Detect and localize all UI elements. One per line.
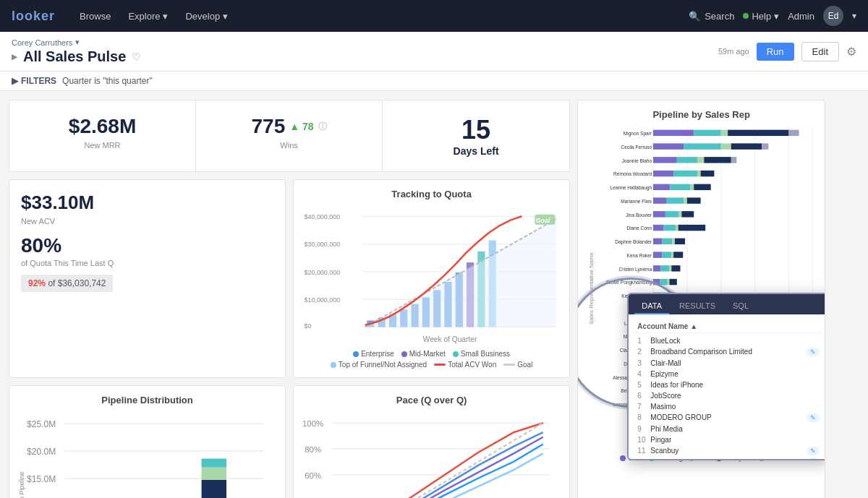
avatar[interactable]: Ed xyxy=(823,6,843,26)
days-container: 15 Days Left xyxy=(454,115,499,157)
svg-rect-48 xyxy=(202,480,227,498)
svg-text:80%: 80% xyxy=(305,445,321,454)
pipeline-rep-title: Pipeline by Sales Rep xyxy=(587,109,816,120)
svg-text:Week of Quarter: Week of Quarter xyxy=(423,335,477,343)
svg-rect-106 xyxy=(694,184,710,190)
kpi-row: $2.68M New MRR 775 ▲ 78 ⓘ Wins 15 Days L… xyxy=(9,100,570,172)
svg-rect-129 xyxy=(662,252,671,257)
pipeline-dist-title: Pipeline Distribution xyxy=(18,395,276,405)
logo[interactable]: looker xyxy=(12,9,55,24)
admin-link[interactable]: Admin xyxy=(788,11,814,22)
expand-icon: ▶ xyxy=(12,76,18,86)
wins-label: Wins xyxy=(208,141,370,150)
svg-rect-93 xyxy=(677,157,697,163)
popup-row-10: 10 Pingar xyxy=(634,434,822,445)
svg-rect-118 xyxy=(653,225,663,231)
acv-label: New ACV xyxy=(21,217,273,226)
days-number: 15 xyxy=(461,115,490,145)
svg-text:60%: 60% xyxy=(305,471,321,480)
pace-card: Pace (Q over Q) 100% 80% 60% xyxy=(293,385,570,498)
chevron-down-icon: ▾ xyxy=(75,38,80,47)
acv-sub: 92% of $36,030,742 xyxy=(21,275,113,292)
svg-text:Leanne Hattabaugh: Leanne Hattabaugh xyxy=(610,185,652,191)
svg-text:Mignon Sparr: Mignon Sparr xyxy=(624,131,652,137)
svg-rect-104 xyxy=(671,184,691,190)
nav-explore[interactable]: Explore ▾ xyxy=(121,8,175,25)
bottom-charts-row: Pipeline Distribution Amount in Pipeline… xyxy=(9,385,570,498)
svg-rect-131 xyxy=(673,252,683,257)
kpi-mrr: $2.68M New MRR xyxy=(9,100,196,171)
popup-tabs: DATA RESULTS SQL xyxy=(629,294,825,314)
popup-row-2: 2 Broadband Comparison Limited ✎ xyxy=(634,346,822,358)
mrr-label: New MRR xyxy=(21,141,184,150)
kpi-days: 15 Days Left xyxy=(383,100,569,171)
pipeline-rep-card: Pipeline by Sales Rep Sales Representati… xyxy=(577,100,825,498)
svg-rect-98 xyxy=(653,171,673,176)
dashboard: $2.68M New MRR 775 ▲ 78 ⓘ Wins 15 Days L… xyxy=(0,91,868,498)
svg-rect-99 xyxy=(673,171,697,176)
acv-tracking-row: $33.10M New ACV 80% of Quota This Time L… xyxy=(9,179,570,378)
filter-tag: Quarter is "this quarter" xyxy=(62,76,153,86)
tracking-title: Tracking to Quota xyxy=(302,189,561,199)
help-menu[interactable]: Help ▾ xyxy=(743,11,779,22)
svg-text:$15.0M: $15.0M xyxy=(27,475,56,485)
svg-rect-126 xyxy=(675,239,685,244)
nav-browse[interactable]: Browse xyxy=(72,8,118,25)
nav-menu: Browse Explore ▾ Develop ▾ xyxy=(72,8,689,25)
quota-pct: 80% xyxy=(21,234,61,257)
tracking-chart: Tracking to Quota $40,000,000 $30,000,00… xyxy=(293,179,570,378)
svg-rect-105 xyxy=(691,184,694,190)
svg-text:$40,000,000: $40,000,000 xyxy=(305,213,341,220)
pipeline-dist-svg: $25.0M $20.0M $15.0M $10.0M $5.0M $0.0M xyxy=(27,411,276,498)
pipeline-dist-chart-wrapper: Amount in Pipeline $25.0M $20.0M $15.0M xyxy=(18,411,276,498)
legend-tof: Top of Funnel/Not Assigned xyxy=(331,361,427,369)
svg-text:Goal: Goal xyxy=(536,217,550,224)
svg-text:Jina Bouvier: Jina Bouvier xyxy=(626,212,652,218)
days-label: Days Left xyxy=(454,145,499,157)
chevron-down-icon[interactable]: ▾ xyxy=(852,11,856,21)
svg-rect-101 xyxy=(701,171,715,176)
dashboard-owner[interactable]: Corey Carruthers ▾ xyxy=(12,38,141,47)
settings-icon[interactable]: ⚙ xyxy=(846,45,856,59)
pipeline-dist-card: Pipeline Distribution Amount in Pipeline… xyxy=(9,385,286,498)
favorite-icon[interactable]: ♡ xyxy=(132,51,141,63)
svg-rect-139 xyxy=(660,279,668,285)
popup-tab-results[interactable]: RESULTS xyxy=(672,299,723,314)
pace-chart-wrapper: 100% 80% 60% 40% 20% xyxy=(302,411,561,498)
acv-value: $33.10M xyxy=(21,192,273,214)
svg-rect-88 xyxy=(721,143,731,149)
legend-goal: Goal xyxy=(503,361,532,369)
svg-text:Diane Conn: Diane Conn xyxy=(627,226,652,231)
popup-row-8: 8 MODERO GROUP ✎ xyxy=(634,412,822,424)
nav-develop[interactable]: Develop ▾ xyxy=(178,8,235,25)
svg-rect-136 xyxy=(671,265,680,271)
tracking-chart-svg: $40,000,000 $30,000,000 $20,000,000 $10,… xyxy=(302,205,561,343)
dashboard-title: ▶ All Sales Pulse ♡ xyxy=(12,48,141,65)
popup-tab-data[interactable]: DATA xyxy=(634,299,669,314)
svg-text:$30,000,000: $30,000,000 xyxy=(305,241,341,248)
svg-rect-128 xyxy=(653,252,662,257)
edit-button[interactable]: Edit xyxy=(801,42,839,61)
legend-total-acv: Total ACV Won xyxy=(434,361,496,369)
popup-row-9: 9 Phi Media xyxy=(634,424,822,434)
popup-body: Account Name ▲ 1 BlueLock 2 Broadband Co… xyxy=(629,314,825,459)
chevron-down-icon: ▾ xyxy=(163,11,168,22)
run-button[interactable]: Run xyxy=(757,43,794,61)
popup-row-7: 7 Masimo xyxy=(634,401,822,412)
svg-rect-138 xyxy=(653,279,660,285)
search-button[interactable]: 🔍 Search xyxy=(689,11,734,22)
svg-rect-115 xyxy=(679,211,682,217)
svg-text:$20,000,000: $20,000,000 xyxy=(305,269,341,276)
svg-text:Marianne Flies: Marianne Flies xyxy=(621,199,652,204)
filters-label[interactable]: ▶ FILTERS xyxy=(12,76,56,86)
svg-rect-92 xyxy=(653,157,677,163)
quota-label: of Quota This Time Last Q xyxy=(21,259,273,267)
svg-text:$0: $0 xyxy=(305,322,312,330)
pipeline-rep-y-label: Sales Representative Name xyxy=(587,126,596,451)
kpi-wins: 775 ▲ 78 ⓘ Wins xyxy=(196,100,383,171)
svg-text:Daphne Bolander: Daphne Bolander xyxy=(615,239,652,245)
svg-text:Joannie Blaho: Joannie Blaho xyxy=(622,158,652,163)
tracking-legend: Enterprise Mid-Market Small Business Top… xyxy=(302,350,561,369)
popup-tab-sql[interactable]: SQL xyxy=(726,299,756,314)
svg-rect-86 xyxy=(653,143,684,149)
